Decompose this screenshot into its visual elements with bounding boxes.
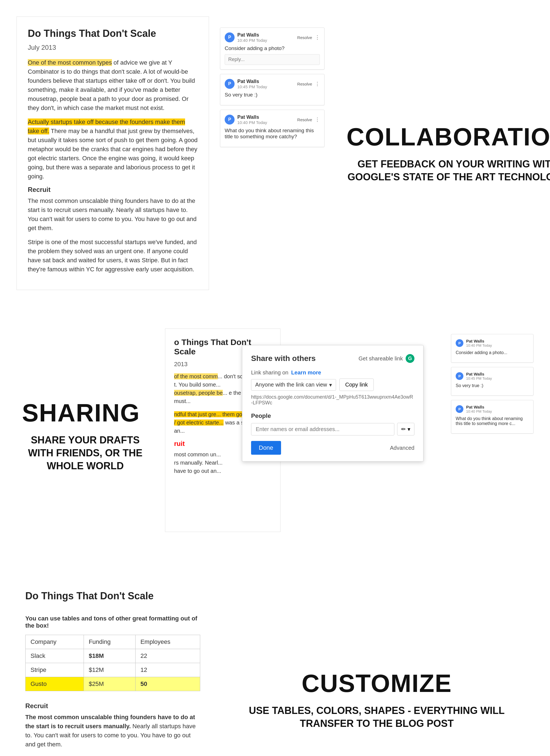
sharing-comment-user-3: Pat Walls — [466, 405, 492, 409]
go-badge: G — [406, 354, 415, 363]
done-button[interactable]: Done — [251, 441, 281, 455]
doc-preview-collaboration: Do Things That Don't Scale July 2013 One… — [16, 16, 209, 290]
sharing-comment-text-3: What do you think about renaming this ti… — [456, 416, 529, 426]
cell-stripe-employees: 12 — [135, 663, 200, 677]
table-header-company: Company — [26, 635, 84, 649]
link-sharing-label: Link sharing on — [251, 369, 289, 376]
table-row-gusto: Gusto $25M 50 — [26, 677, 200, 691]
share-modal-title: Share with others — [251, 354, 316, 363]
kebab-btn-2[interactable]: ⋮ — [315, 81, 320, 87]
doc-date-1: July 2013 — [28, 44, 198, 51]
comments-panel-1: P Pat Walls 10:40 PM Today Resolve ⋮ Con… — [220, 27, 325, 290]
comment-user-2: Pat Walls — [237, 79, 267, 84]
collaboration-section: Do Things That Don't Scale July 2013 One… — [0, 0, 550, 312]
sharing-comment-2: P Pat Walls 10:45 PM Today So very true … — [451, 367, 534, 396]
doc-para-1: One of the most common types of advice w… — [28, 58, 198, 112]
cell-stripe-company: Stripe — [26, 663, 84, 677]
cell-gusto-employees: 50 — [135, 677, 200, 691]
get-link-label: Get shareable link — [359, 355, 403, 362]
resolve-btn-3[interactable]: Resolve — [297, 117, 312, 122]
cell-stripe-funding: $12M — [84, 663, 135, 677]
cell-slack-funding: $18M — [84, 649, 135, 663]
customize-subheading: USE TABLES, COLORS, SHAPES - EVERYTHING … — [231, 704, 523, 730]
cell-slack-company: Slack — [26, 649, 84, 663]
sharing-comment-3: P Pat Walls 10:40 PM Today What do you t… — [451, 400, 534, 434]
people-label: People — [251, 412, 415, 420]
link-sharing-row: Link sharing on Learn more — [251, 369, 415, 376]
sharing-comment-text-2: So very true :) — [456, 383, 529, 388]
share-modal: Share with others Get shareable link G L… — [242, 345, 424, 462]
doc-para-customize-1: The most common unscalable thing founder… — [25, 713, 200, 749]
comment-time-1: 10:40 PM Today — [237, 38, 267, 43]
resolve-btn-1[interactable]: Resolve — [297, 35, 312, 40]
cell-gusto-company: Gusto — [26, 677, 84, 691]
cell-gusto-funding: $25M — [84, 677, 135, 691]
customize-section: Do Things That Don't Scale You can use t… — [0, 565, 550, 756]
avatar-3: P — [225, 115, 234, 125]
collaboration-feature-text: COLLABORATION GET FEEDBACK ON YOUR WRITI… — [336, 16, 550, 290]
table-row-slack: Slack $18M 22 — [26, 649, 200, 663]
edit-button[interactable]: ✏ ▾ — [397, 423, 415, 435]
cell-slack-employees: 22 — [135, 649, 200, 663]
doc-title-1: Do Things That Don't Scale — [28, 28, 198, 39]
kebab-btn-3[interactable]: ⋮ — [315, 117, 320, 123]
comment-card-3: P Pat Walls 10:40 PM Today Resolve ⋮ Wha… — [220, 110, 325, 147]
share-modal-header: Share with others Get shareable link G — [251, 354, 415, 363]
share-url-row: https://docs.google.com/document/d/1-_MP… — [251, 394, 415, 406]
advanced-link[interactable]: Advanced — [390, 445, 415, 451]
get-link-area: Get shareable link G — [359, 354, 415, 363]
copy-link-button[interactable]: Copy link — [339, 379, 374, 391]
table-header-employees: Employees — [135, 635, 200, 649]
table-row-stripe: Stripe $12M 12 — [26, 663, 200, 677]
people-email-input[interactable] — [251, 423, 394, 435]
comment-header-1: P Pat Walls 10:40 PM Today Resolve ⋮ — [225, 32, 320, 43]
resolve-btn-2[interactable]: Resolve — [297, 82, 312, 86]
collaboration-heading: COLLABORATION — [347, 123, 550, 151]
comment-time-3: 10:40 PM Today — [237, 120, 267, 125]
sharing-avatar-2: P — [456, 372, 463, 380]
sharing-subheading: SHARE YOUR DRAFTS WITH FRIENDS, OR THE W… — [22, 434, 148, 472]
learn-more-link[interactable]: Learn more — [291, 369, 321, 376]
comment-header-2: P Pat Walls 10:45 PM Today Resolve ⋮ — [225, 79, 320, 89]
sharing-comment-time-1: 10:40 PM Today — [466, 343, 492, 347]
comment-time-2: 10:45 PM Today — [237, 84, 267, 89]
customize-doc: Do Things That Don't Scale You can use t… — [16, 581, 209, 756]
sharing-comment-user-1: Pat Walls — [466, 339, 492, 343]
doc-para-customize-2: Stripe is one of the most successful sta… — [25, 754, 200, 756]
modal-footer: Done Advanced — [251, 441, 415, 455]
sharing-comments-panel: P Pat Walls 10:40 PM Today Consider addi… — [451, 334, 534, 434]
link-dropdown[interactable]: Anyone with the link can view ▾ — [251, 379, 336, 391]
sharing-comment-1: P Pat Walls 10:40 PM Today Consider addi… — [451, 334, 534, 363]
highlight-1: One of the most common types — [28, 59, 112, 66]
avatar-1: P — [225, 32, 234, 42]
people-input-row: ✏ ▾ — [251, 423, 415, 435]
collaboration-subheading: GET FEEDBACK ON YOUR WRITING WITH GOOGLE… — [347, 158, 550, 184]
sharing-heading: SHARING — [22, 399, 140, 427]
table-intro: You can use tables and tons of other gre… — [25, 615, 200, 629]
sharing-comment-user-2: Pat Walls — [466, 372, 492, 376]
reply-input-1[interactable] — [225, 54, 320, 65]
doc-para-3: The most common unscalable thing founder… — [28, 196, 198, 233]
sharing-doc-area: o Things That Don't Scale 2013 of the mo… — [165, 329, 534, 543]
sharing-section: SHARING SHARE YOUR DRAFTS WITH FRIENDS, … — [0, 312, 550, 565]
link-option-label: Anyone with the link can view — [255, 382, 327, 388]
comment-text-1: Consider adding a photo? — [225, 45, 320, 51]
sharing-comment-time-2: 10:45 PM Today — [466, 376, 492, 380]
customize-feature-text: CUSTOMIZE USE TABLES, COLORS, SHAPES - E… — [220, 581, 534, 756]
comment-card-2: P Pat Walls 10:45 PM Today Resolve ⋮ So … — [220, 74, 325, 105]
sharing-avatar-3: P — [456, 405, 463, 413]
customize-heading: CUSTOMIZE — [302, 669, 452, 698]
data-table: Company Funding Employees Slack $18M 22 … — [25, 635, 200, 691]
avatar-2: P — [225, 79, 234, 89]
doc-title-3: Do Things That Don't Scale — [25, 590, 200, 602]
comment-user-1: Pat Walls — [237, 32, 267, 38]
doc-para-2: Actually startups take off because the f… — [28, 117, 198, 181]
recruit-section-3: Recruit The most common unscalable thing… — [25, 702, 200, 756]
comment-header-3: P Pat Walls 10:40 PM Today Resolve ⋮ — [225, 114, 320, 125]
sharing-comment-text-1: Consider adding a photo... — [456, 350, 529, 355]
chevron-down-icon: ▾ — [329, 382, 332, 388]
kebab-btn-1[interactable]: ⋮ — [315, 34, 320, 40]
sharing-feature-text: SHARING SHARE YOUR DRAFTS WITH FRIENDS, … — [16, 329, 154, 543]
doc-section-recruit-1: Recruit — [28, 186, 198, 194]
sharing-avatar-1: P — [456, 339, 463, 347]
